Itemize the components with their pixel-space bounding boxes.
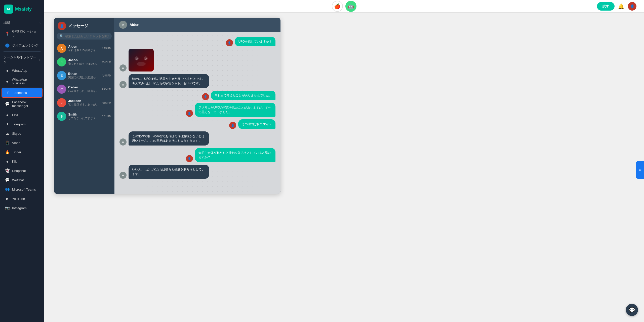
contact-time: 4:22 PM [102, 61, 111, 63]
message-row: アメリカがUFOの写真を見たことがありますが、すべて黒くなっていました。👤 [119, 103, 275, 117]
contact-time: 4:15 PM [102, 47, 111, 50]
contact-item-smith[interactable]: S Smith してなかったですか？ビジネス学をしてい... 5:01 PM [54, 110, 114, 123]
wechat-icon: 💬 [5, 178, 10, 182]
geofencing-icon: 🔵 [5, 43, 10, 48]
svg-point-5 [137, 62, 146, 66]
contact-avatar: C [57, 85, 66, 94]
message-row: A確かに、UFOは他の惑星から来た種であるだけです。考えてみれば、私たちの宇宙シ… [119, 74, 275, 88]
message-row: その理由は何ですか？👤 [119, 119, 275, 129]
sidebar-item-gps[interactable]: 📍 GPS ロケーション [2, 27, 43, 41]
contact-time: 4:45 PM [102, 88, 111, 91]
message-avatar: 👤 [186, 155, 193, 162]
try-button[interactable]: 試す [597, 2, 615, 11]
social-section-header[interactable]: ソーシャルネットワーク › [0, 53, 44, 66]
sidebar-item-whatsapp[interactable]: ●WhatsApp [2, 66, 43, 75]
message-bubble: この世界で唯一の存在であればそれは意味がないとは思いません。この世界はあまりにも… [129, 131, 209, 146]
chat-header-name: Aiden [130, 23, 139, 27]
sidebar-item-microsoft-teams[interactable]: 👥Microsoft Teams [2, 185, 43, 194]
messenger-title: メッセージ [68, 23, 88, 29]
snapchat-icon: 👻 [5, 168, 10, 173]
message-row: A ✕ ✕ [119, 49, 275, 71]
message-bubble: 知的生命体が私たちと接触を取ろうとしていると思いますか？ [195, 148, 275, 162]
contact-name: Smith [68, 113, 100, 116]
settings-icon: ⚙ [638, 168, 642, 172]
svg-rect-0 [129, 49, 154, 71]
sidebar-item-telegram[interactable]: ✈Telegram [2, 120, 43, 129]
viber-icon: 📱 [5, 140, 10, 145]
contact-item-aiden[interactable]: A Aiden それは多くの証拠がそれを示開していること... 4:15 PM [54, 42, 114, 55]
chat-messages: UFOを信じていますか？👤 A ✕ ✕ A確かに、UFOは他の惑星から来た種であ… [114, 32, 280, 194]
sidebar-item-geofencing[interactable]: 🔵 ジオフェンシング [2, 41, 43, 50]
place-section-header[interactable]: 場所 › [0, 18, 44, 27]
contact-preview: わかりました、暖房をつけて車を動かします... [68, 89, 100, 93]
whatsapp-icon: ● [5, 68, 10, 73]
contact-avatar: J [57, 98, 66, 107]
sidebar-item-facebook-messenger[interactable]: 💬Facebook messenger [2, 98, 43, 110]
message-row: Aいいえ、しかし私たちは彼らと接触を取ろうとしています。 [119, 165, 275, 179]
contact-preview: それは多くの証拠がそれを示開していること... [68, 48, 100, 52]
kik-icon: ● [5, 159, 10, 164]
sidebar: M Msafely 場所 › 📍 GPS ロケーション 🔵 ジオフェンシング ソ… [0, 0, 44, 322]
sidebar-item-youtube[interactable]: ▶YouTube [2, 194, 43, 203]
message-avatar: A [119, 81, 127, 88]
floating-settings-button[interactable]: ⚙ [636, 161, 644, 179]
search-input[interactable] [65, 34, 109, 38]
sidebar-item-skype[interactable]: ☁Skype [2, 129, 43, 138]
chat-header-avatar: A [119, 21, 127, 29]
message-bubble: UFOを信じていますか？ [235, 37, 275, 46]
contact-info: Aiden それは多くの証拠がそれを示開していること... [68, 45, 100, 52]
chat-fab-button[interactable]: 💬 [626, 304, 638, 316]
logo-icon: M [4, 5, 13, 14]
contact-avatar: E [57, 71, 66, 80]
apple-platform-button[interactable]: 🍎 [332, 1, 343, 12]
tinder-icon: 🔥 [5, 150, 10, 154]
youtube-icon: ▶ [5, 196, 10, 201]
contact-avatar: S [57, 112, 66, 121]
message-avatar: A [119, 64, 127, 71]
user-avatar[interactable]: 👤 [628, 2, 636, 11]
content-area: 👤 メッセージ 🔍 A Aiden それは多くの証拠がそれを示開していること..… [44, 13, 644, 322]
sidebar-item-viber[interactable]: 📱Viber [2, 138, 43, 147]
contact-time: 4:55 PM [102, 101, 111, 104]
contact-info: Jacob 驚くわくばうではないと思います。地球に住... [68, 58, 100, 66]
gps-icon: 📍 [5, 31, 10, 36]
message-avatar: 👤 [226, 39, 233, 46]
contact-info: Jackson 私も元気です。ありがとう [68, 99, 100, 106]
message-avatar: 👤 [229, 122, 236, 129]
contact-item-ethan[interactable]: E Ethan 英国の天気は以能思っていたよも予期可... 4:45 PM [54, 69, 114, 82]
message-row: それまで考えたことがありませんでした。👤 [119, 91, 275, 100]
contact-preview: 驚くわくばうではないと思います。地球に住... [68, 62, 100, 66]
chat-area: A Aiden UFOを信じていますか？👤 A ✕ ✕ [114, 18, 280, 194]
contact-time: 4:45 PM [102, 74, 111, 77]
skype-icon: ☁ [5, 131, 10, 136]
sidebar-item-wechat[interactable]: 💬WeChat [2, 175, 43, 185]
contact-name: Ethan [68, 72, 100, 76]
line-icon: ● [5, 113, 10, 117]
telegram-icon: ✈ [5, 122, 10, 126]
chat-header: A Aiden [114, 18, 280, 32]
notification-icon[interactable]: 🔔 [618, 3, 624, 9]
sidebar-social-items: ●WhatsApp●WhatsApp businessfFacebook💬Fac… [0, 66, 44, 213]
contact-info: Caden わかりました、暖房をつけて車を動かします... [68, 85, 100, 93]
contact-item-jacob[interactable]: J Jacob 驚くわくばうではないと思います。地球に住... 4:22 PM [54, 55, 114, 69]
android-platform-button[interactable]: 🤖 [345, 1, 356, 12]
sidebar-item-kik[interactable]: ●Kik [2, 157, 43, 166]
sidebar-item-snapchat[interactable]: 👻Snapchat [2, 166, 43, 175]
contact-list-header: 👤 メッセージ [54, 18, 114, 33]
sidebar-item-instagram[interactable]: 📷Instagram [2, 203, 43, 212]
sidebar-item-whatsapp-business[interactable]: ●WhatsApp business [2, 75, 43, 87]
contact-name: Aiden [68, 45, 100, 48]
logo-text: Msafely [15, 7, 32, 12]
contact-item-jackson[interactable]: J Jackson 私も元気です。ありがとう 4:55 PM [54, 96, 114, 110]
user-avatar-small: 👤 [58, 22, 66, 30]
message-avatar: 👤 [202, 93, 209, 100]
sidebar-item-line[interactable]: ●LINE [2, 110, 43, 119]
sidebar-item-tinder[interactable]: 🔥Tinder [2, 148, 43, 157]
sidebar-divider [4, 51, 41, 52]
sidebar-item-facebook[interactable]: fFacebook [2, 88, 43, 98]
contact-time: 5:01 PM [102, 115, 111, 118]
contact-preview: してなかったですか？ビジネス学をしてい... [68, 116, 100, 120]
contact-item-caden[interactable]: C Caden わかりました、暖房をつけて車を動かします... 4:45 PM [54, 82, 114, 96]
svg-text:✕: ✕ [136, 57, 139, 61]
message-bubble: アメリカがUFOの写真を見たことがありますが、すべて黒くなっていました。 [195, 103, 275, 117]
